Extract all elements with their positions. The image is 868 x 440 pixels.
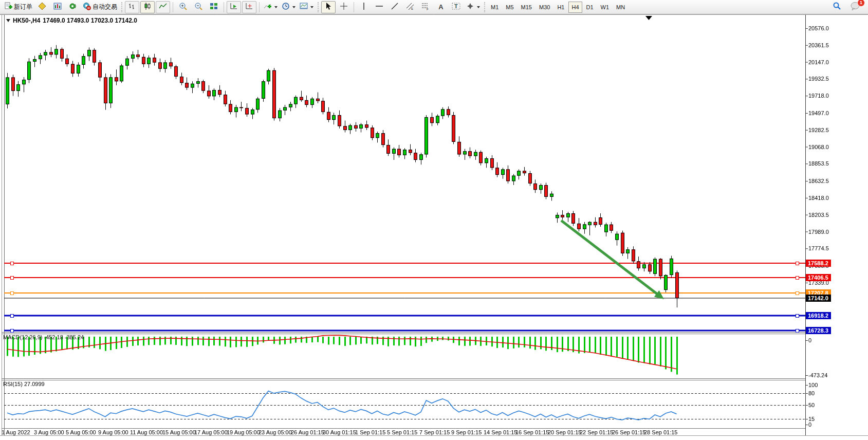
price-tick-label: 18853.5 [808, 160, 829, 167]
timeframe-button-m5[interactable]: M5 [503, 2, 516, 13]
autotrading-label: 自动交易 [93, 3, 117, 11]
price-line-tag: 17142.0 [806, 295, 831, 302]
date-label: 22 Sep 01:15 [580, 429, 613, 435]
autotrading-icon [83, 2, 91, 12]
crosshair-tool-button[interactable] [337, 1, 351, 13]
date-label: 15 Aug 05:00 [162, 429, 196, 435]
horizontal-line-tool-button[interactable] [372, 1, 386, 13]
text-label-tool-button[interactable]: T [449, 1, 464, 13]
price-tick-label: 19282.5 [808, 127, 829, 133]
toolbar-separator [259, 2, 260, 12]
price-line-tag: 16918.2 [806, 312, 831, 319]
rsi-axis-label: 100 [808, 382, 818, 388]
price-line-tag: 17588.2 [806, 260, 831, 267]
timeframe-button-m1[interactable]: M1 [488, 2, 502, 13]
zoom-out-button[interactable] [191, 1, 206, 13]
date-label: 23 Aug 05:00 [258, 429, 292, 435]
chevron-down-icon [310, 6, 313, 8]
chart-symbol-period: HK50-,H4 [13, 17, 40, 24]
timeframe-button-h1[interactable]: H1 [554, 2, 567, 13]
date-label: 28 Sep 01:15 [644, 429, 677, 435]
trendline-icon [391, 2, 399, 12]
date-label: 14 Sep 01:15 [484, 429, 517, 435]
notifications-button[interactable]: 1 [848, 1, 862, 13]
bar-chart-type-button[interactable] [125, 1, 139, 13]
chart-ohlc-values: 17469.0 17493.0 17023.0 17142.0 [43, 17, 137, 24]
search-icon [832, 2, 841, 12]
toolbar-separator [224, 2, 224, 12]
autotrading-button[interactable]: 自动交易 [81, 1, 119, 13]
search-button[interactable] [829, 1, 844, 13]
cursor-tool-button[interactable] [321, 1, 336, 13]
price-tick-label: 20576.0 [808, 25, 829, 31]
timeframe-button-w1[interactable]: W1 [598, 2, 613, 13]
chart-canvas[interactable] [0, 0, 868, 440]
terminal-window: 新订单 自动交易 [0, 0, 868, 440]
vertical-line-icon [360, 2, 368, 12]
toolbar-drag-handle [121, 2, 122, 12]
chart-shift-icon [245, 2, 253, 12]
timeframe-button-h4[interactable]: H4 [568, 2, 582, 13]
eraser-button[interactable] [35, 1, 49, 13]
new-order-button[interactable]: 新订单 [3, 1, 34, 13]
timeframe-button-m15[interactable]: M15 [518, 2, 535, 13]
sound-button[interactable] [66, 1, 80, 13]
timeframe-group: M1M5M15M30H1H4D1W1MN [487, 2, 629, 13]
price-tick-label: 17989.0 [808, 229, 829, 235]
indicators-button[interactable] [262, 1, 279, 13]
timeframe-button-mn[interactable]: MN [613, 2, 628, 13]
tile-windows-icon [210, 2, 218, 12]
tile-windows-button[interactable] [207, 1, 221, 13]
arrows-tool-button[interactable] [465, 1, 482, 13]
equidistant-channel-tool-button[interactable]: E [403, 1, 417, 13]
macd-axis-label: -473.24 [808, 372, 827, 378]
rsi-axis-label: 50 [808, 402, 815, 408]
macd-indicator-label: MACD(12,26,9) -452.18 -385.24 [3, 334, 84, 340]
fibonacci-tool-button[interactable]: F [418, 1, 433, 13]
price-tick-label: 19718.0 [808, 93, 829, 99]
charts-window-button[interactable] [50, 1, 65, 13]
date-label: 19 Aug 05:00 [227, 429, 260, 435]
toolbar-separator [354, 2, 354, 12]
templates-button[interactable] [298, 1, 315, 13]
price-tick-label: 20147.0 [808, 59, 829, 65]
toolbar-drag-handle [318, 2, 319, 12]
line-chart-type-button[interactable] [156, 1, 170, 13]
trendline-tool-button[interactable] [387, 1, 402, 13]
date-label: 1 Aug 2022 [2, 429, 30, 435]
toolbar: 新订单 自动交易 [0, 0, 868, 14]
clock-icon [282, 2, 290, 12]
bar-chart-icon [128, 2, 136, 12]
fibonacci-icon: F [421, 2, 430, 12]
price-tick-label: 20361.5 [808, 42, 829, 48]
date-label: 17 Aug 05:00 [194, 429, 228, 435]
template-icon [300, 2, 308, 12]
toolbar-right-group: 1 [829, 1, 866, 13]
collapse-chart-icon[interactable] [6, 19, 10, 22]
timeframe-button-d1[interactable]: D1 [583, 2, 597, 13]
zoom-in-button[interactable] [176, 1, 190, 13]
date-label: 5 Aug 05:00 [66, 429, 96, 435]
crosshair-icon [340, 2, 348, 12]
chart-shift-button[interactable] [242, 1, 256, 13]
text-tool-button[interactable]: A [434, 1, 448, 13]
chart-title: HK50-,H4 17469.0 17493.0 17023.0 17142.0 [6, 17, 137, 24]
indicators-icon [264, 2, 272, 12]
rsi-indicator-label: RSI(15) 27.0999 [3, 381, 45, 387]
arrows-icon [466, 2, 474, 12]
horizontal-line-icon [375, 2, 383, 12]
auto-scroll-icon [230, 2, 238, 12]
svg-text:T: T [454, 3, 458, 9]
candlestick-chart-type-button[interactable] [140, 1, 155, 13]
date-label: 3 Aug 05:00 [34, 429, 64, 435]
candlestick-icon [143, 2, 152, 12]
auto-scroll-button[interactable] [227, 1, 241, 13]
date-label: 5 Sep 01:15 [387, 429, 417, 435]
periods-button[interactable] [280, 1, 297, 13]
chevron-down-icon [274, 6, 278, 8]
timeframe-button-m30[interactable]: M30 [536, 2, 553, 13]
price-tick-label: 18632.5 [808, 178, 829, 184]
vertical-line-tool-button[interactable] [357, 1, 371, 13]
price-line-tag: 16728.3 [806, 327, 831, 334]
date-label: 26 Aug 01:15 [291, 429, 324, 435]
